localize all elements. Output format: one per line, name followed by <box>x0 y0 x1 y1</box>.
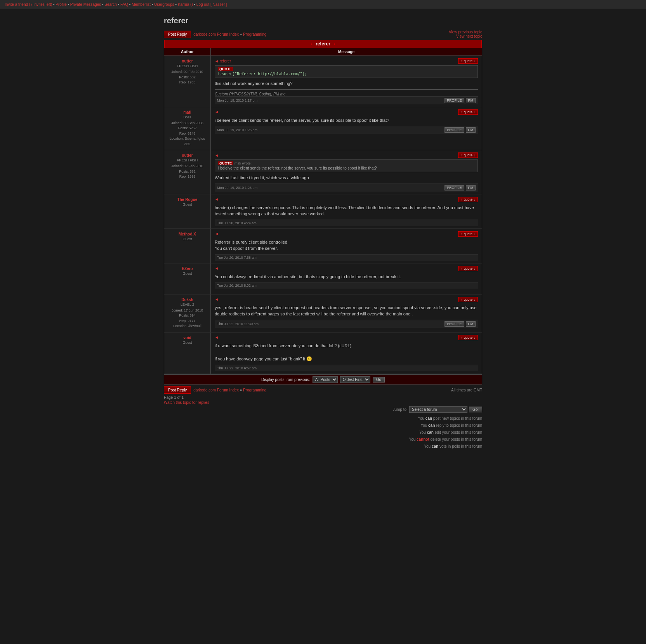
author-column-header: Author <box>164 48 211 55</box>
pm-btn[interactable]: PM <box>466 321 476 327</box>
post-body-text: yes , referrer is header sent by client … <box>215 305 478 317</box>
post-content: ◄ ↑ quote ↓ QUOTE mafi wrote: i beleive … <box>211 150 482 194</box>
usergroups-link[interactable]: Usergroups <box>154 2 174 7</box>
pm-btn[interactable]: PM <box>466 98 476 103</box>
author-username-link[interactable]: The Rogue <box>167 197 208 202</box>
forum-index-link[interactable]: darkode.com Forum Index <box>193 32 239 36</box>
table-row: Method.X Guest ◄ ↑ quote ↓ Referrer is p… <box>164 229 482 263</box>
post-body-text: You could always redirect it via another… <box>215 274 478 280</box>
jump-go-button[interactable]: Go: <box>469 407 482 412</box>
post-subject: ◄ <box>215 110 219 114</box>
watch-topic-link[interactable]: Watch this topic for replies <box>164 400 482 405</box>
pm-btn[interactable]: PM <box>466 185 476 190</box>
profile-btn[interactable]: PROFILE <box>445 127 464 133</box>
breadcrumb: darkode.com Forum Index » Programming <box>193 32 266 36</box>
profile-btn[interactable]: PROFILE <box>445 185 464 190</box>
author-rank: Guest <box>167 203 208 206</box>
author-rank: Guest <box>167 341 208 345</box>
forum-index-link-bottom[interactable]: darkode.com Forum Index <box>193 388 239 392</box>
quote-block: QUOTE header("Referer: http://blabla.com… <box>215 65 478 78</box>
post-content: ◄ ↑ quote ↓ Referrer is purely client si… <box>211 229 482 263</box>
post-content: ◄ ↑ quote ↓ if u want something l33ched … <box>211 332 482 374</box>
search-link[interactable]: Search <box>104 2 117 7</box>
topic-title: referer <box>316 41 330 47</box>
post-author-info: Doksh LEVEL 2 Joined: 17 Jun 2010 Posts:… <box>164 294 211 332</box>
profile-link[interactable]: Profile <box>56 2 66 7</box>
post-subject: ◄ <box>215 266 219 270</box>
display-posts-bar: Display posts from previous: All Posts O… <box>164 374 482 385</box>
post-body-text: i beleive the client sends the referer, … <box>215 117 478 124</box>
top-bar: Invite a friend (7 invites left) • Profi… <box>0 0 646 9</box>
quote-button[interactable]: ↑ quote ↓ <box>458 58 478 64</box>
bottom-nav: Post Reply darkode.com Forum Index » Pro… <box>164 386 482 394</box>
author-username-link[interactable]: Doksh <box>167 298 208 302</box>
memberlist-link[interactable]: Memberlist <box>132 2 151 7</box>
author-rank: Guest <box>167 272 208 275</box>
post-footer: Mon Jul 19, 2010 1:26 pm PROFILE PM <box>215 184 478 192</box>
all-posts-select[interactable]: All Posts <box>313 376 338 383</box>
all-times-label: All times are GMT <box>451 388 482 392</box>
smiley-icon: 🙂 <box>306 356 312 362</box>
table-row: Doksh LEVEL 2 Joined: 17 Jun 2010 Posts:… <box>164 294 482 332</box>
profile-btn[interactable]: PROFILE <box>445 98 464 103</box>
post-footer: Tue Jul 20, 2010 8:02 am <box>215 282 478 289</box>
category-link[interactable]: Programming <box>243 32 266 36</box>
post-body-text: header() changes the server's response. … <box>215 204 478 217</box>
forum-jump-select[interactable]: Select a forum <box>409 406 467 413</box>
quote-button[interactable]: ↑ quote ↓ <box>458 231 478 237</box>
profile-btn[interactable]: PROFILE <box>445 321 464 327</box>
quote-button[interactable]: ↑ quote ↓ <box>458 152 478 158</box>
topic-header-bar: referer <box>164 40 482 48</box>
faq-link[interactable]: FAQ <box>120 2 128 7</box>
post-subject: ◄ <box>215 197 219 201</box>
jump-label: Jump to: <box>393 407 408 412</box>
post-author-info: Method.X Guest <box>164 229 211 263</box>
private-messages-link[interactable]: Private Messages <box>70 2 101 7</box>
quote-block: QUOTE mafi wrote: i beleive the client s… <box>215 159 478 172</box>
author-rank: Boss <box>167 115 208 119</box>
quote-button[interactable]: ↑ quote ↓ <box>458 297 478 302</box>
forum-nav-top: Post Reply darkode.com Forum Index » Pro… <box>164 30 482 38</box>
author-username-link[interactable]: Method.X <box>167 232 208 236</box>
table-row: mafi Boss Joined: 30 Sep 2008 Posts: 525… <box>164 107 482 151</box>
quote-button[interactable]: ↑ quote ↓ <box>458 266 478 271</box>
post-body-text: this shit not work anymore or something? <box>215 80 478 87</box>
post-footer: Tue Jul 20, 2010 7:58 am <box>215 254 478 261</box>
category-link-bottom[interactable]: Programming <box>243 388 266 392</box>
message-column-header: Message <box>211 48 482 55</box>
author-username-link[interactable]: void <box>167 336 208 340</box>
post-subject: ◄ referer <box>215 59 231 63</box>
quote-button[interactable]: ↑ quote ↓ <box>458 335 478 340</box>
quote-button[interactable]: ↑ quote ↓ <box>458 197 478 202</box>
post-reply-button-bottom[interactable]: Post Reply <box>164 386 191 394</box>
display-posts-label: Display posts from previous: <box>261 377 310 382</box>
post-subject: ◄ <box>215 335 219 339</box>
logout-link[interactable]: Log out [ Nassef ] <box>196 2 227 7</box>
author-rank: LEVEL 2 <box>167 303 208 306</box>
post-author-info: EZero Guest <box>164 263 211 294</box>
sort-order-select[interactable]: Oldest First <box>340 376 370 383</box>
author-username-link[interactable]: nutter <box>167 59 208 63</box>
post-content: ◄ referer ↑ quote ↓ QUOTE header("Refere… <box>211 56 482 107</box>
pm-btn[interactable]: PM <box>466 127 476 133</box>
table-row: void Guest ◄ ↑ quote ↓ if u want somethi… <box>164 332 482 374</box>
post-body-text: Referrer is purely client side controlle… <box>215 239 478 252</box>
view-previous-topic-link[interactable]: View previous topic <box>449 30 482 34</box>
karma-link[interactable]: Karma () <box>178 2 193 7</box>
author-details: Joined: 30 Sep 2008 Posts: 5252 Rep: 614… <box>167 121 208 147</box>
post-author-info: mafi Boss Joined: 30 Sep 2008 Posts: 525… <box>164 107 211 150</box>
view-next-topic-link[interactable]: View next topic <box>449 34 482 38</box>
author-rank: FRESH FISH <box>167 64 208 68</box>
author-username-link[interactable]: nutter <box>167 153 208 158</box>
post-author-info: nutter FRESH FISH Joined: 02 Feb 2010 Po… <box>164 56 211 107</box>
table-row: nutter FRESH FISH Joined: 02 Feb 2010 Po… <box>164 150 482 194</box>
author-username-link[interactable]: mafi <box>167 110 208 114</box>
post-reply-button-top[interactable]: Post Reply <box>164 31 191 38</box>
post-author-info: nutter FRESH FISH Joined: 02 Feb 2010 Po… <box>164 150 211 194</box>
author-username-link[interactable]: EZero <box>167 267 208 271</box>
post-body-text: if u want something l33ched from server … <box>215 343 478 362</box>
post-signature: Custom PHP/CSS/HTML Coding, PM me. <box>215 92 478 96</box>
display-go-button[interactable]: Go <box>373 377 385 383</box>
invite-link[interactable]: Invite a friend (7 invites left) <box>5 2 52 7</box>
quote-button[interactable]: ↑ quote ↓ <box>458 109 478 115</box>
